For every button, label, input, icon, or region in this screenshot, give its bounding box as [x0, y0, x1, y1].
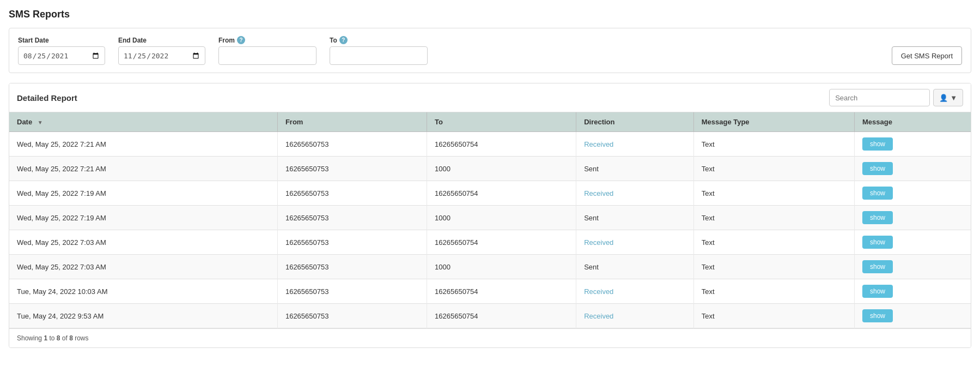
cell-message: show	[854, 181, 971, 206]
cell-from: 16265650753	[277, 304, 427, 328]
cell-message-type: Text	[693, 304, 854, 328]
cell-direction: Received	[576, 304, 694, 328]
cell-from: 16265650753	[277, 206, 427, 230]
cell-from: 16265650753	[277, 279, 427, 304]
cell-direction: Sent	[576, 157, 694, 181]
report-header: Detailed Report 👤 ▼	[9, 83, 971, 112]
end-date-input[interactable]	[118, 46, 205, 65]
cell-direction: Received	[576, 279, 694, 304]
from-input[interactable]	[218, 46, 316, 65]
show-button[interactable]: show	[862, 137, 893, 151]
col-message-type: Message Type	[693, 112, 854, 132]
cell-message-type: Text	[693, 230, 854, 255]
cell-direction: Received	[576, 230, 694, 255]
to-help-icon: ?	[339, 36, 348, 44]
export-chevron-icon: ▼	[950, 94, 957, 102]
show-button[interactable]: show	[862, 309, 893, 322]
sort-icon-date: ▼	[38, 119, 43, 125]
start-date-input[interactable]	[18, 46, 105, 65]
cell-message: show	[854, 132, 971, 157]
cell-to: 1000	[427, 157, 576, 181]
cell-message-type: Text	[693, 181, 854, 206]
export-button[interactable]: 👤 ▼	[933, 89, 963, 106]
cell-direction: Sent	[576, 206, 694, 230]
from-label: From ?	[218, 36, 316, 44]
cell-from: 16265650753	[277, 230, 427, 255]
cell-to: 16265650754	[427, 132, 576, 157]
table-header-row: Date ▼ From To Direction Message Type Me…	[9, 112, 971, 132]
show-button[interactable]: show	[862, 285, 893, 298]
from-help-icon: ?	[237, 36, 245, 44]
footer-to: 8	[57, 334, 60, 342]
to-group: To ?	[330, 36, 428, 65]
page-title: SMS Reports	[9, 9, 971, 20]
cell-date: Wed, May 25, 2022 7:21 AM	[9, 157, 277, 181]
table-row: Wed, May 25, 2022 7:03 AM 16265650753 16…	[9, 230, 971, 255]
table-row: Tue, May 24, 2022 10:03 AM 16265650753 1…	[9, 279, 971, 304]
start-date-label: Start Date	[18, 37, 105, 44]
col-date: Date ▼	[9, 112, 277, 132]
cell-date: Wed, May 25, 2022 7:21 AM	[9, 132, 277, 157]
search-input[interactable]	[829, 89, 930, 106]
show-button[interactable]: show	[862, 187, 893, 200]
person-icon: 👤	[939, 94, 948, 102]
cell-message: show	[854, 279, 971, 304]
from-group: From ?	[218, 36, 316, 65]
end-date-label: End Date	[118, 37, 205, 44]
cell-date: Wed, May 25, 2022 7:19 AM	[9, 181, 277, 206]
to-label: To ?	[330, 36, 428, 44]
col-to: To	[427, 112, 576, 132]
cell-from: 16265650753	[277, 132, 427, 157]
report-controls: 👤 ▼	[829, 89, 963, 106]
footer-text: Showing 1 to 8 of 8 rows	[17, 334, 88, 342]
cell-message-type: Text	[693, 206, 854, 230]
report-section: Detailed Report 👤 ▼ Date ▼ From To Direc…	[9, 83, 971, 348]
table-row: Wed, May 25, 2022 7:19 AM 16265650753 10…	[9, 206, 971, 230]
show-button[interactable]: show	[862, 162, 893, 175]
show-button[interactable]: show	[862, 236, 893, 249]
report-title: Detailed Report	[17, 93, 77, 103]
cell-from: 16265650753	[277, 255, 427, 279]
get-sms-report-button[interactable]: Get SMS Report	[892, 46, 962, 65]
table-row: Wed, May 25, 2022 7:21 AM 16265650753 10…	[9, 157, 971, 181]
footer-total: 8	[69, 334, 73, 342]
start-date-group: Start Date	[18, 37, 105, 65]
cell-date: Tue, May 24, 2022 10:03 AM	[9, 279, 277, 304]
cell-date: Wed, May 25, 2022 7:03 AM	[9, 255, 277, 279]
cell-to: 16265650754	[427, 304, 576, 328]
col-message: Message	[854, 112, 971, 132]
cell-direction: Received	[576, 181, 694, 206]
sms-report-table: Date ▼ From To Direction Message Type Me…	[9, 112, 971, 328]
table-footer: Showing 1 to 8 of 8 rows	[9, 328, 971, 347]
to-input[interactable]	[330, 46, 428, 65]
filter-section: Start Date End Date From ? To ? Get SMS …	[9, 28, 971, 73]
footer-from: 1	[44, 334, 47, 342]
show-button[interactable]: show	[862, 211, 893, 224]
cell-message: show	[854, 157, 971, 181]
col-from: From	[277, 112, 427, 132]
show-button[interactable]: show	[862, 260, 893, 273]
cell-from: 16265650753	[277, 157, 427, 181]
cell-from: 16265650753	[277, 181, 427, 206]
cell-date: Wed, May 25, 2022 7:19 AM	[9, 206, 277, 230]
cell-message-type: Text	[693, 157, 854, 181]
cell-to: 16265650754	[427, 279, 576, 304]
cell-date: Tue, May 24, 2022 9:53 AM	[9, 304, 277, 328]
cell-message: show	[854, 206, 971, 230]
cell-message: show	[854, 255, 971, 279]
end-date-group: End Date	[118, 37, 205, 65]
cell-message-type: Text	[693, 255, 854, 279]
cell-to: 1000	[427, 206, 576, 230]
cell-to: 1000	[427, 255, 576, 279]
table-row: Wed, May 25, 2022 7:21 AM 16265650753 16…	[9, 132, 971, 157]
table-row: Wed, May 25, 2022 7:19 AM 16265650753 16…	[9, 181, 971, 206]
cell-direction: Received	[576, 132, 694, 157]
cell-date: Wed, May 25, 2022 7:03 AM	[9, 230, 277, 255]
cell-message-type: Text	[693, 279, 854, 304]
cell-to: 16265650754	[427, 230, 576, 255]
cell-to: 16265650754	[427, 181, 576, 206]
cell-message-type: Text	[693, 132, 854, 157]
table-row: Tue, May 24, 2022 9:53 AM 16265650753 16…	[9, 304, 971, 328]
table-row: Wed, May 25, 2022 7:03 AM 16265650753 10…	[9, 255, 971, 279]
cell-message: show	[854, 230, 971, 255]
